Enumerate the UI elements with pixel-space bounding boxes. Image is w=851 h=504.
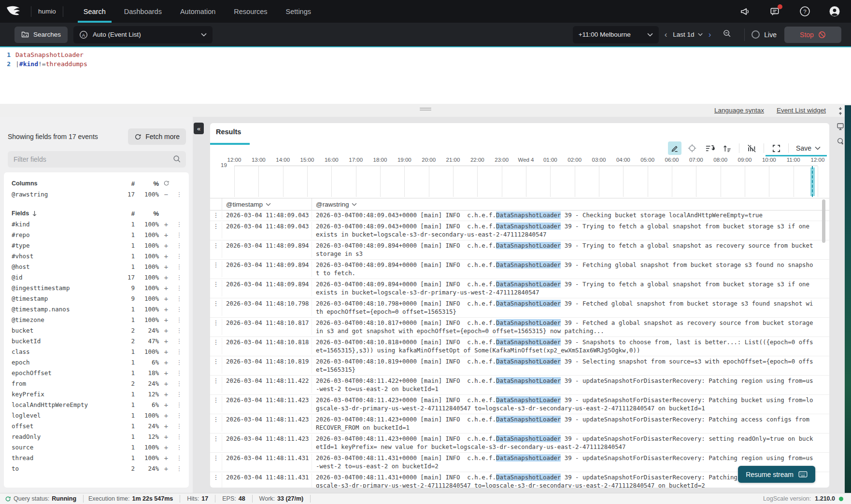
field-menu-button[interactable]: ⋮ bbox=[173, 231, 185, 238]
fullscreen-button[interactable] bbox=[769, 141, 783, 155]
feedback-icon[interactable] bbox=[769, 6, 780, 17]
add-field-button[interactable]: + bbox=[159, 273, 173, 281]
field-name[interactable]: #type bbox=[12, 242, 115, 249]
field-menu-button[interactable]: ⋮ bbox=[173, 327, 185, 334]
add-field-button[interactable]: + bbox=[159, 358, 173, 366]
add-field-button[interactable]: + bbox=[159, 454, 173, 462]
event-row[interactable]: ⋮2026-03-04 11:48:11.4232026-03-04T00:48… bbox=[210, 434, 829, 453]
field-menu-button[interactable]: ⋮ bbox=[173, 401, 185, 408]
field-menu-button[interactable]: ⋮ bbox=[173, 348, 185, 355]
live-toggle[interactable]: Live bbox=[752, 30, 777, 39]
add-field-button[interactable]: + bbox=[159, 284, 173, 292]
event-row[interactable]: ⋮2026-03-04 11:48:11.4312026-03-04T00:48… bbox=[210, 453, 829, 472]
field-menu-button[interactable]: ⋮ bbox=[173, 359, 185, 366]
user-avatar[interactable] bbox=[829, 6, 840, 17]
field-menu-button[interactable]: ⋮ bbox=[173, 380, 185, 387]
announcements-icon[interactable] bbox=[739, 6, 751, 17]
annotate-tool-button[interactable] bbox=[668, 141, 681, 155]
query-editor[interactable]: 1 DataSnapshotLoader 2 | #kind != thread… bbox=[0, 46, 851, 108]
add-field-button[interactable]: + bbox=[159, 348, 173, 356]
nav-tab-search[interactable]: Search bbox=[78, 0, 112, 23]
field-menu-button[interactable]: ⋮ bbox=[173, 391, 185, 398]
add-field-button[interactable]: + bbox=[159, 443, 173, 451]
event-row[interactable]: ⋮2026-03-04 11:48:09.0432026-03-04T00:48… bbox=[210, 210, 829, 221]
event-row[interactable]: ⋮2026-03-04 11:48:10.7982026-03-04T00:48… bbox=[210, 298, 829, 318]
event-list-widget-link[interactable]: Event List widget bbox=[777, 107, 826, 114]
add-field-button[interactable]: + bbox=[159, 379, 173, 388]
field-menu-button[interactable]: ⋮ bbox=[173, 306, 185, 313]
splitter-drag-handle[interactable] bbox=[420, 107, 431, 112]
time-prev-button[interactable]: ‹ bbox=[659, 30, 673, 40]
repo-name[interactable]: humio bbox=[38, 8, 56, 15]
event-menu-button[interactable]: ⋮ bbox=[210, 261, 222, 277]
field-name[interactable]: #repo bbox=[12, 231, 115, 238]
resume-stream-button[interactable]: Resume stream bbox=[738, 466, 815, 483]
language-syntax-link[interactable]: Language syntax bbox=[714, 107, 764, 114]
field-menu-button[interactable]: ⋮ bbox=[173, 274, 185, 281]
add-field-button[interactable]: + bbox=[159, 326, 173, 335]
event-row[interactable]: ⋮2026-03-04 11:48:11.4222026-03-04T00:48… bbox=[210, 376, 829, 395]
add-field-button[interactable]: + bbox=[159, 252, 173, 260]
vertical-scrollbar[interactable] bbox=[822, 199, 825, 243]
add-field-button[interactable]: + bbox=[159, 263, 173, 271]
field-menu-button[interactable]: ⋮ bbox=[173, 444, 185, 451]
sort-order-button[interactable] bbox=[720, 141, 734, 155]
fetch-more-button[interactable]: Fetch more bbox=[128, 128, 186, 145]
field-name[interactable]: @timestamp.nanos bbox=[12, 306, 115, 313]
field-menu-button[interactable]: ⋮ bbox=[173, 191, 185, 198]
wrap-lines-button[interactable] bbox=[703, 141, 716, 155]
field-menu-button[interactable]: ⋮ bbox=[173, 316, 185, 323]
save-button[interactable]: Save bbox=[796, 144, 821, 152]
filter-fields-input[interactable] bbox=[8, 151, 186, 168]
add-field-button[interactable]: + bbox=[159, 390, 173, 398]
timezone-selector[interactable]: +11:00 Melbourne bbox=[573, 26, 659, 43]
nav-tab-automation[interactable]: Automation bbox=[174, 0, 221, 23]
field-name[interactable]: thread bbox=[12, 454, 115, 462]
field-menu-button[interactable]: ⋮ bbox=[173, 454, 185, 462]
field-menu-button[interactable]: ⋮ bbox=[173, 242, 185, 249]
event-menu-button[interactable]: ⋮ bbox=[210, 396, 222, 412]
add-field-button[interactable]: + bbox=[159, 337, 173, 345]
timeline-histogram[interactable] bbox=[234, 166, 818, 197]
collapse-sidebar-button[interactable]: « bbox=[194, 123, 204, 134]
add-field-button[interactable]: + bbox=[159, 411, 173, 420]
add-field-button[interactable]: + bbox=[159, 401, 173, 409]
timestamp-column-header[interactable]: @timestamp bbox=[222, 198, 312, 210]
event-row[interactable]: ⋮2026-03-04 11:48:11.4232026-03-04T00:48… bbox=[210, 395, 829, 414]
add-field-button[interactable]: + bbox=[159, 433, 173, 441]
remove-field-button[interactable]: − bbox=[159, 190, 173, 198]
event-menu-button[interactable]: ⋮ bbox=[210, 357, 222, 374]
add-field-button[interactable]: + bbox=[159, 369, 173, 377]
field-name[interactable]: @timezone bbox=[12, 316, 115, 323]
field-name[interactable]: epoch bbox=[12, 359, 115, 366]
event-menu-button[interactable]: ⋮ bbox=[210, 211, 222, 219]
results-tab[interactable]: Results bbox=[216, 128, 241, 136]
field-name[interactable]: bucketId bbox=[12, 337, 115, 345]
event-row[interactable]: ⋮2026-03-04 11:48:09.8942026-03-04T00:48… bbox=[210, 240, 829, 260]
event-menu-button[interactable]: ⋮ bbox=[210, 319, 222, 335]
add-field-button[interactable]: + bbox=[159, 305, 173, 313]
crosshair-tool-button[interactable] bbox=[685, 141, 699, 155]
field-name[interactable]: #vhost bbox=[12, 252, 115, 260]
field-name[interactable]: class bbox=[12, 348, 115, 355]
event-row[interactable]: ⋮2026-03-04 11:48:10.8182026-03-04T00:48… bbox=[210, 337, 829, 356]
time-next-button[interactable]: › bbox=[703, 30, 717, 40]
zoom-out-button[interactable] bbox=[717, 29, 738, 41]
event-row[interactable]: ⋮2026-03-04 11:48:09.0432026-03-04T00:48… bbox=[210, 221, 829, 240]
field-name[interactable]: source bbox=[12, 444, 115, 451]
event-row[interactable]: ⋮2026-03-04 11:48:11.4312026-03-04T00:48… bbox=[210, 472, 829, 488]
nav-tab-settings[interactable]: Settings bbox=[280, 0, 317, 23]
field-name[interactable]: localAndHttpWereEmpty bbox=[12, 401, 115, 408]
event-row[interactable]: ⋮2026-03-04 11:48:10.8172026-03-04T00:48… bbox=[210, 318, 829, 337]
toggle-histogram-button[interactable] bbox=[745, 141, 758, 155]
add-field-button[interactable]: + bbox=[159, 294, 173, 303]
field-menu-button[interactable]: ⋮ bbox=[173, 422, 185, 430]
add-field-button[interactable]: + bbox=[159, 464, 173, 473]
field-name[interactable]: @id bbox=[12, 274, 115, 281]
event-row[interactable]: ⋮2026-03-04 11:48:09.8942026-03-04T00:48… bbox=[210, 279, 829, 298]
field-name[interactable]: @ingesttimestamp bbox=[12, 284, 115, 292]
falcon-logo-icon[interactable] bbox=[6, 5, 24, 18]
stop-button[interactable]: Stop bbox=[784, 27, 841, 43]
nav-tab-dashboards[interactable]: Dashboards bbox=[118, 0, 168, 23]
field-menu-button[interactable]: ⋮ bbox=[173, 252, 185, 260]
